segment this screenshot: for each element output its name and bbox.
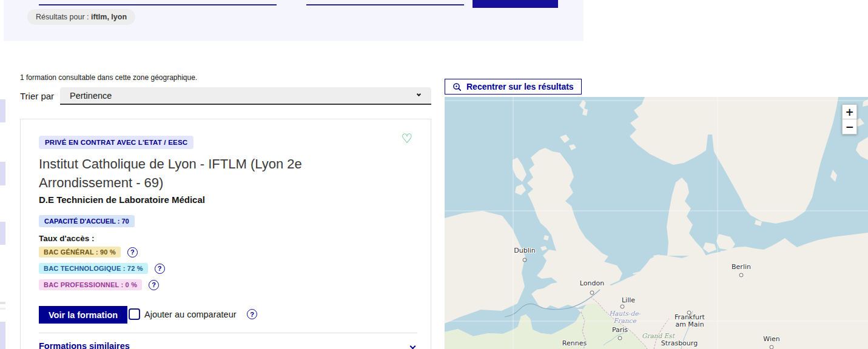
search-panel: Résultats pour : iftlm, lyon xyxy=(4,0,584,41)
access-badges-list: BAC GÉNÉRAL : 90 %?BAC TECHNOLOGIQUE : 7… xyxy=(39,247,165,296)
results-count-text: 1 formation consultable dans cette zone … xyxy=(20,73,197,82)
page: Résultats pour : iftlm, lyon 1 formation… xyxy=(0,0,868,349)
left-edge-fragment xyxy=(0,99,5,122)
left-edge-fragment xyxy=(0,322,5,349)
zoom-out-button[interactable]: − xyxy=(842,119,857,135)
sort-label: Trier par xyxy=(20,91,54,101)
left-edge-fragment xyxy=(0,222,5,245)
map-canvas[interactable]: DublinLondonBerlinLilleParisRennesStrasb… xyxy=(445,97,868,349)
search-location-input[interactable] xyxy=(306,0,464,5)
formation-card: PRIVÉ EN CONTRAT AVEC L'ETAT / EESC ♡ In… xyxy=(20,119,431,349)
favorite-heart-icon[interactable]: ♡ xyxy=(401,133,412,145)
left-edge-fragment xyxy=(0,302,5,304)
results-query-pill: Résultats pour : iftlm, lyon xyxy=(27,9,135,25)
sort-select[interactable]: Pertinence xyxy=(60,87,431,105)
zoom-in-button[interactable]: + xyxy=(842,104,857,119)
access-rate-label: Taux d'accès : xyxy=(39,234,95,243)
map-zoom-control: + − xyxy=(842,104,857,135)
search-keywords-input[interactable] xyxy=(39,0,277,5)
sort-select-value: Pertinence xyxy=(70,91,112,101)
access-badge-row: BAC GÉNÉRAL : 90 %? xyxy=(39,247,165,258)
compare-label: Ajouter au comparateur xyxy=(144,310,237,319)
chevron-down-icon xyxy=(417,92,421,96)
search-button[interactable] xyxy=(473,0,558,8)
compare-checkbox[interactable] xyxy=(129,308,140,320)
access-badge: BAC TECHNOLOGIQUE : 72 % xyxy=(39,263,148,274)
status-badge: PRIVÉ EN CONTRAT AVEC L'ETAT / EESC xyxy=(39,136,193,149)
formation-title: Institut Catholique de Lyon - IFTLM (Lyo… xyxy=(39,155,378,192)
recenter-button-label: Recentrer sur les résultats xyxy=(466,82,574,91)
zoom-target-icon xyxy=(453,82,462,91)
help-icon[interactable]: ? xyxy=(155,264,165,274)
help-icon[interactable]: ? xyxy=(127,247,138,258)
view-formation-button[interactable]: Voir la formation xyxy=(39,306,127,324)
similar-formations-label: Formations similaires xyxy=(39,341,130,349)
capacity-badge: CAPACITÉ D'ACCUEIL : 70 xyxy=(39,215,135,227)
access-badge: BAC PROFESSIONNEL : 0 % xyxy=(39,279,142,290)
left-edge-fragment xyxy=(0,308,5,310)
access-badge-row: BAC TECHNOLOGIQUE : 72 %? xyxy=(39,263,165,274)
similar-formations-toggle[interactable]: Formations similaires xyxy=(39,339,417,349)
chevron-down-icon xyxy=(410,343,416,349)
left-edge-fragment xyxy=(0,162,5,185)
access-badge: BAC GÉNÉRAL : 90 % xyxy=(39,247,121,258)
results-query-prefix: Résultats pour : xyxy=(36,13,91,21)
help-icon[interactable]: ? xyxy=(149,280,159,290)
recenter-button[interactable]: Recentrer sur les résultats xyxy=(445,79,582,95)
access-badge-row: BAC PROFESSIONNEL : 0 %? xyxy=(39,279,165,290)
help-icon[interactable]: ? xyxy=(247,309,257,319)
map-graphic xyxy=(445,97,868,349)
formation-subtitle: D.E Technicien de Laboratoire Médical xyxy=(39,194,205,205)
divider xyxy=(39,333,417,333)
results-query-text: iftlm, lyon xyxy=(91,13,127,21)
